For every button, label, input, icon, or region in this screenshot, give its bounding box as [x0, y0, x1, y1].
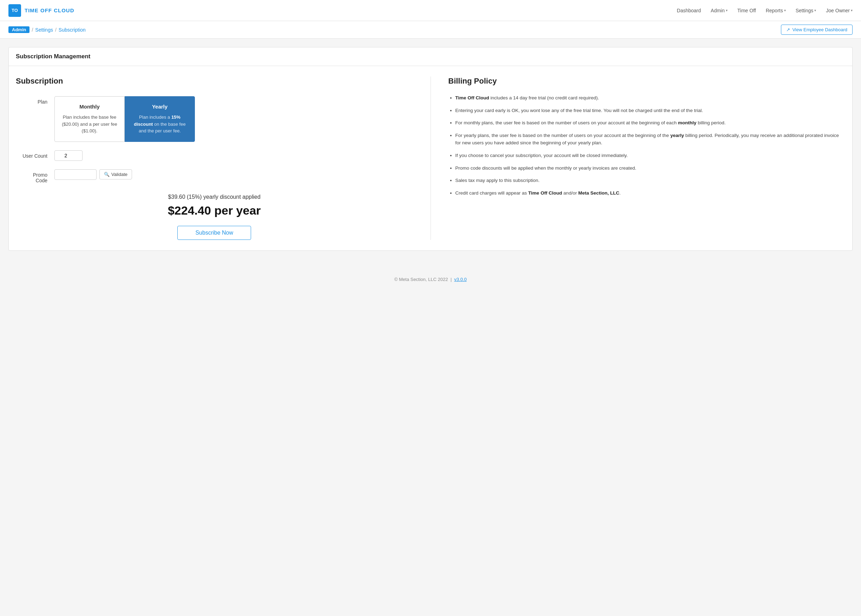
view-employee-dashboard-button[interactable]: ↗ View Employee Dashboard — [781, 25, 853, 35]
breadcrumb-settings-link[interactable]: Settings — [35, 27, 53, 33]
subscription-heading: Subscription — [16, 77, 413, 86]
header: TO TIME OFF CLOUD Dashboard Admin ▾ Time… — [0, 0, 861, 21]
plan-yearly-title: Yearly — [132, 104, 187, 110]
plan-monthly[interactable]: Monthly Plan includes the base fee ($20.… — [54, 96, 125, 142]
plan-row: Plan Monthly Plan includes the base fee … — [16, 96, 413, 142]
billing-policy-item-3: For monthly plans, the user fee is based… — [456, 119, 845, 127]
billing-section: Billing Policy Time Off Cloud includes a… — [448, 77, 845, 240]
breadcrumb-sep2: / — [55, 27, 57, 33]
breadcrumb-sep1: / — [31, 27, 33, 33]
plan-yearly[interactable]: Yearly Plan includes a 15% discount on t… — [125, 96, 195, 142]
main-nav: Dashboard Admin ▾ Time Off Reports ▾ Set… — [677, 8, 853, 13]
plan-yearly-desc: Plan includes a 15% discount on the base… — [132, 114, 187, 135]
card-title: Subscription Management — [16, 53, 845, 60]
user-count-label: User Count — [16, 150, 47, 159]
reports-chevron-icon: ▾ — [784, 8, 786, 12]
breadcrumb-bar: Admin / Settings / Subscription ↗ View E… — [0, 21, 861, 39]
billing-policy-item-1: Time Off Cloud includes a 14 day free tr… — [456, 94, 845, 102]
user-count-row: User Count — [16, 150, 413, 161]
billing-policy-list: Time Off Cloud includes a 14 day free tr… — [448, 94, 845, 196]
plan-cards: Monthly Plan includes the base fee ($20.… — [54, 96, 413, 142]
nav-settings[interactable]: Settings ▾ — [796, 8, 816, 13]
breadcrumb: Admin / Settings / Subscription — [8, 26, 86, 33]
breadcrumb-admin-badge[interactable]: Admin — [8, 26, 30, 33]
promo-code-control: 🔍 Validate — [54, 169, 413, 180]
nav-reports[interactable]: Reports ▾ — [766, 8, 786, 13]
plan-monthly-desc: Plan includes the base fee ($20.00) and … — [62, 114, 117, 135]
user-count-input[interactable] — [54, 150, 83, 161]
footer-version-link[interactable]: v3.0.0 — [454, 277, 467, 282]
validate-button[interactable]: 🔍 Validate — [99, 169, 132, 179]
vertical-divider — [430, 77, 431, 240]
billing-policy-item-4: For yearly plans, the user fee is based … — [456, 132, 845, 147]
subscription-section: Subscription Plan Monthly Plan includes … — [16, 77, 413, 240]
card-header: Subscription Management — [9, 47, 852, 66]
admin-chevron-icon: ▾ — [726, 8, 727, 12]
billing-policy-item-6: Promo code discounts will be applied whe… — [456, 164, 845, 172]
footer-sep: | — [451, 277, 452, 282]
billing-heading: Billing Policy — [448, 77, 845, 86]
subscribe-now-button[interactable]: Subscribe Now — [178, 226, 251, 240]
logo-text: TIME OFF CLOUD — [25, 7, 74, 13]
logo-icon: TO — [8, 4, 21, 17]
plan-monthly-title: Monthly — [62, 104, 117, 110]
nav-user[interactable]: Joe Owner ▾ — [826, 8, 853, 13]
discount-text: $39.60 (15%) yearly discount applied — [16, 194, 413, 200]
subscription-card: Subscription Management Subscription Pla… — [8, 47, 853, 251]
breadcrumb-current: Subscription — [59, 27, 86, 33]
external-link-icon: ↗ — [786, 27, 790, 32]
logo-area: TO TIME OFF CLOUD — [8, 4, 74, 17]
user-count-control — [54, 150, 413, 161]
nav-dashboard[interactable]: Dashboard — [677, 8, 701, 13]
billing-policy-item-2: Entering your card early is OK, you wont… — [456, 107, 845, 115]
pricing-summary: $39.60 (15%) yearly discount applied $22… — [16, 194, 413, 240]
billing-policy-item-5: If you choose to cancel your subscriptio… — [456, 152, 845, 159]
promo-row: 🔍 Validate — [54, 169, 413, 180]
plan-selector: Monthly Plan includes the base fee ($20.… — [54, 96, 413, 142]
user-chevron-icon: ▾ — [851, 8, 853, 12]
footer-copyright: © Meta Section, LLC 2022 — [394, 277, 448, 282]
billing-policy-item-8: Credit card charges will appear as Time … — [456, 189, 845, 197]
main-content: Subscription Management Subscription Pla… — [0, 39, 861, 259]
promo-code-input[interactable] — [54, 169, 97, 180]
plan-label: Plan — [16, 96, 47, 105]
card-body: Subscription Plan Monthly Plan includes … — [9, 66, 852, 250]
price-main: $224.40 per year — [16, 204, 413, 217]
promo-code-row: PromoCode 🔍 Validate — [16, 169, 413, 183]
search-icon: 🔍 — [104, 172, 110, 177]
billing-policy-item-7: Sales tax may apply to this subscription… — [456, 177, 845, 184]
settings-chevron-icon: ▾ — [814, 8, 816, 12]
footer: © Meta Section, LLC 2022 | v3.0.0 — [0, 266, 861, 292]
nav-timeoff[interactable]: Time Off — [737, 8, 756, 13]
promo-code-label: PromoCode — [16, 169, 47, 183]
nav-admin[interactable]: Admin ▾ — [711, 8, 727, 13]
